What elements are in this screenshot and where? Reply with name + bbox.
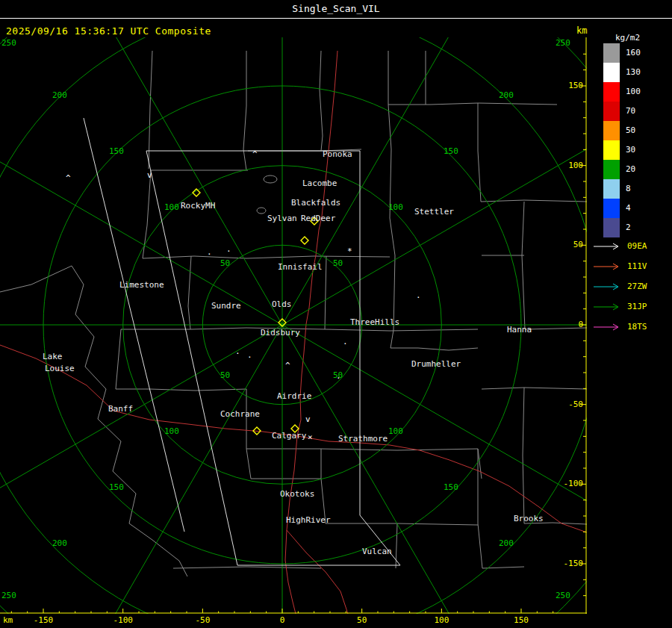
track-id-label: 09EA (627, 242, 647, 251)
axis-ticks (11, 54, 586, 613)
bottom-axis-unit-label: km (3, 615, 13, 625)
track-arrow-icon (593, 302, 626, 311)
bottom-axis-label: -100 (108, 615, 138, 625)
radar-site-diamond-icon (311, 217, 318, 225)
app-window: Single_Scan_VIL 2025/09/16 15:36:17 UTC … (0, 0, 672, 628)
radar-site-diamond-icon (301, 237, 308, 244)
bottom-axis-label: -50 (187, 615, 217, 625)
radar-site-diamond-icon (291, 425, 299, 432)
radar-site-markers (193, 189, 318, 435)
right-axis-unit-label: km (576, 25, 587, 36)
scan-outlines (84, 118, 400, 565)
bottom-axis: km -150-100-50050100150 (0, 614, 672, 628)
scan-timestamp: 2025/09/16 15:36:17 UTC Composite (6, 25, 211, 37)
track-id-label: 111V (627, 262, 647, 271)
track-arrow-icon (593, 242, 626, 251)
track-id-label: 27ZW (627, 282, 647, 291)
bottom-axis-label: 150 (506, 615, 536, 625)
range-rings (0, 37, 587, 614)
track-arrow-icon (593, 323, 626, 332)
track-arrow-icon (593, 262, 626, 271)
track-legend: 09EA111V27ZW31JP18TS (587, 27, 672, 628)
track-id-label: 18TS (627, 323, 647, 332)
bottom-axis-label: 0 (267, 615, 297, 625)
legend-panel: kg/m2 16013010070503020842 09EA111V27ZW3… (587, 27, 672, 628)
window-titlebar: Single_Scan_VIL (0, 0, 672, 19)
window-title: Single_Scan_VIL (292, 3, 379, 14)
radar-canvas (0, 37, 587, 614)
bottom-axis-label: -150 (28, 615, 58, 625)
track-id-label: 31JP (627, 302, 647, 311)
axes (0, 37, 587, 614)
radar-display[interactable]: PonokaLacombeBlackfaldsRedDeerSylvanStet… (0, 37, 587, 614)
track-arrow-icon (593, 282, 626, 291)
azimuth-spokes (0, 37, 587, 614)
bottom-axis-label: 100 (426, 615, 456, 625)
county-boundaries (0, 51, 587, 576)
bottom-axis-label: 50 (347, 615, 377, 625)
